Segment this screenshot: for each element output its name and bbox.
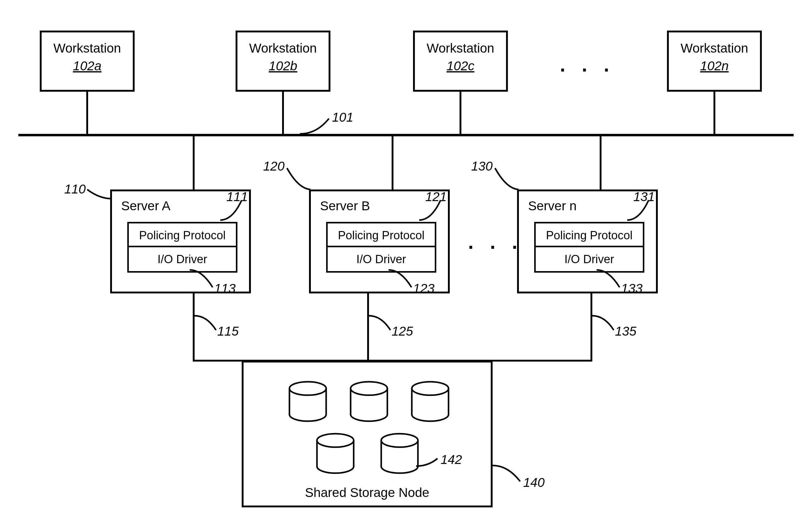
- workstation-label: Workstation: [415, 41, 506, 56]
- leader-line: [592, 315, 617, 333]
- network-bus: [18, 134, 794, 136]
- policing-ref: 131: [633, 190, 655, 204]
- workstation-ref: 102n: [669, 59, 760, 73]
- server-title: Server A: [121, 199, 170, 213]
- leader-line: [86, 190, 113, 208]
- ellipsis-servers: . . .: [468, 231, 523, 253]
- server-ref: 110: [64, 182, 86, 196]
- storage-ref: 140: [523, 475, 545, 490]
- workstation-ref: 102c: [415, 59, 506, 73]
- leader-line: [597, 269, 624, 290]
- leader-line: [285, 167, 312, 191]
- policing-protocol-label: Policing Protocol: [328, 223, 435, 247]
- io-ref: 113: [214, 281, 236, 296]
- leader-line: [194, 315, 219, 333]
- server-line-ref: 115: [217, 324, 238, 339]
- drive-ref: 142: [440, 452, 462, 467]
- svg-point-19: [317, 434, 354, 447]
- leader-line: [493, 167, 520, 191]
- io-driver-label: I/O Driver: [536, 247, 643, 271]
- storage-title: Shared Storage Node: [244, 485, 491, 500]
- svg-point-24: [381, 434, 418, 447]
- svg-point-14: [412, 382, 449, 395]
- workstation-box: Workstation 102b: [236, 31, 331, 92]
- io-driver-label: I/O Driver: [328, 247, 435, 271]
- server-title: Server n: [528, 199, 577, 213]
- leader-line: [300, 117, 336, 135]
- policing-ref: 121: [425, 190, 447, 204]
- io-driver-label: I/O Driver: [129, 247, 236, 271]
- leader-line: [389, 269, 416, 290]
- svg-point-9: [351, 382, 387, 395]
- server-ref: 120: [263, 159, 285, 174]
- connector-line: [713, 92, 715, 134]
- connector-line: [282, 92, 284, 134]
- server-inner-stack: Policing Protocol I/O Driver: [534, 222, 644, 273]
- server-ref: 130: [471, 159, 493, 174]
- policing-protocol-label: Policing Protocol: [129, 223, 236, 247]
- workstation-ref: 102b: [237, 59, 329, 73]
- svg-point-4: [289, 382, 326, 395]
- ellipsis-workstations: . . .: [560, 54, 615, 76]
- leader-line: [416, 459, 440, 474]
- connector-line: [600, 136, 601, 190]
- workstation-box: Workstation 102c: [413, 31, 508, 92]
- connector-line: [392, 136, 393, 190]
- workstation-ref: 102a: [42, 59, 133, 73]
- leader-line: [190, 269, 217, 290]
- workstation-box: Workstation 102a: [40, 31, 135, 92]
- connector-line: [193, 136, 194, 190]
- server-inner-stack: Policing Protocol I/O Driver: [326, 222, 436, 273]
- io-ref: 123: [413, 281, 434, 296]
- server-inner-stack: Policing Protocol I/O Driver: [127, 222, 237, 273]
- storage-node-box: Shared Storage Node: [242, 361, 493, 507]
- connector-line: [86, 92, 88, 134]
- workstation-label: Workstation: [237, 41, 329, 56]
- storage-disks-icon: [244, 362, 494, 491]
- policing-ref: 111: [227, 190, 248, 204]
- server-line-ref: 135: [615, 324, 636, 339]
- io-ref: 133: [621, 281, 642, 296]
- server-title: Server B: [320, 199, 370, 213]
- workstation-label: Workstation: [42, 41, 133, 56]
- workstation-label: Workstation: [669, 41, 760, 56]
- bus-ref: 101: [332, 110, 353, 125]
- server-line-ref: 125: [392, 324, 413, 339]
- leader-line: [369, 315, 393, 333]
- policing-protocol-label: Policing Protocol: [536, 223, 643, 247]
- workstation-box: Workstation 102n: [667, 31, 762, 92]
- leader-line: [493, 465, 523, 483]
- connector-line: [460, 92, 461, 134]
